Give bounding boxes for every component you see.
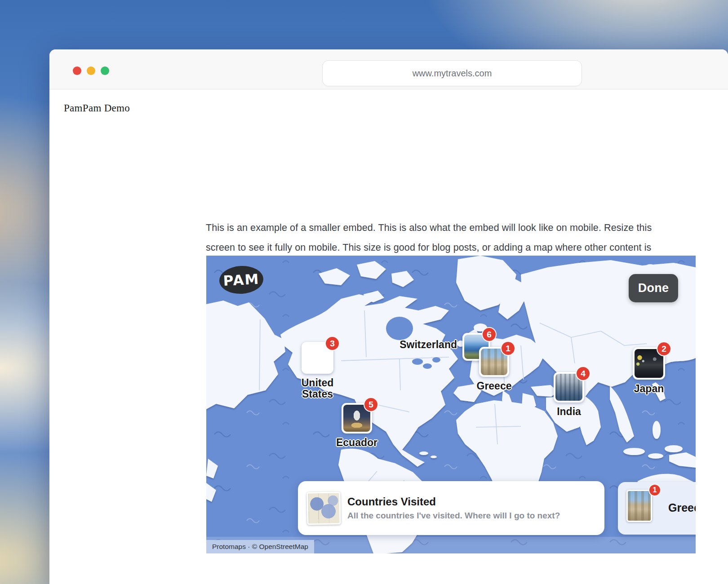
marker-country-label: Japan [634,383,664,394]
marker-country-label: Greece [476,380,511,392]
greece-count-badge: 1 [648,484,661,496]
pampam-logo-text: PAM [223,271,260,289]
close-window-button[interactable] [73,66,81,75]
done-button[interactable]: Done [629,274,678,302]
map-marker-japan[interactable]: 2 Japan [633,347,665,380]
marker-count-badge: 2 [657,341,671,356]
marker-count-badge: 6 [482,327,497,342]
map-subtitle: All the countries I've visited. Where wi… [347,511,560,521]
zoom-window-button[interactable] [101,66,109,75]
browser-window: www.mytravels.com PamPam Demo This is an… [49,49,728,584]
marker-country-label: Switzerland [400,339,457,350]
marker-count-badge: 4 [576,366,590,381]
url-bar[interactable]: www.mytravels.com [322,60,582,86]
map-embed[interactable]: PAM Done 3 United States 6 Switzerland 1… [206,256,696,553]
site-title: PamPam Demo [64,102,130,114]
place-list-item-greece[interactable]: 1 Greece [618,482,696,535]
map-attribution[interactable]: Protomaps · © OpenStreetMap [206,540,314,553]
browser-toolbar: www.mytravels.com [49,49,728,89]
map-marker-united-states[interactable]: 3 United States [302,342,333,374]
map-marker-greece[interactable]: 1 Greece [479,347,509,377]
marker-country-label: India [557,406,581,417]
marker-country-label: Ecuador [336,437,377,448]
map-marker-india[interactable]: 4 India [554,372,584,403]
marker-country-label: United States [295,377,340,400]
marker-count-badge: 5 [364,397,378,412]
map-marker-ecuador[interactable]: 5 Ecuador [342,403,372,434]
minimize-window-button[interactable] [87,66,95,75]
map-title: Countries Visited [347,496,436,508]
marker-count-badge: 1 [501,341,515,356]
map-thumbnail-image [306,491,341,525]
greece-photo [626,490,652,522]
marker-count-badge: 3 [325,336,340,351]
greece-label: Greece [668,501,696,514]
map-info-card[interactable]: Countries Visited All the countries I've… [298,481,604,535]
done-button-label: Done [638,281,669,295]
url-text: www.mytravels.com [413,68,492,79]
attribution-text: Protomaps · © OpenStreetMap [212,543,308,551]
